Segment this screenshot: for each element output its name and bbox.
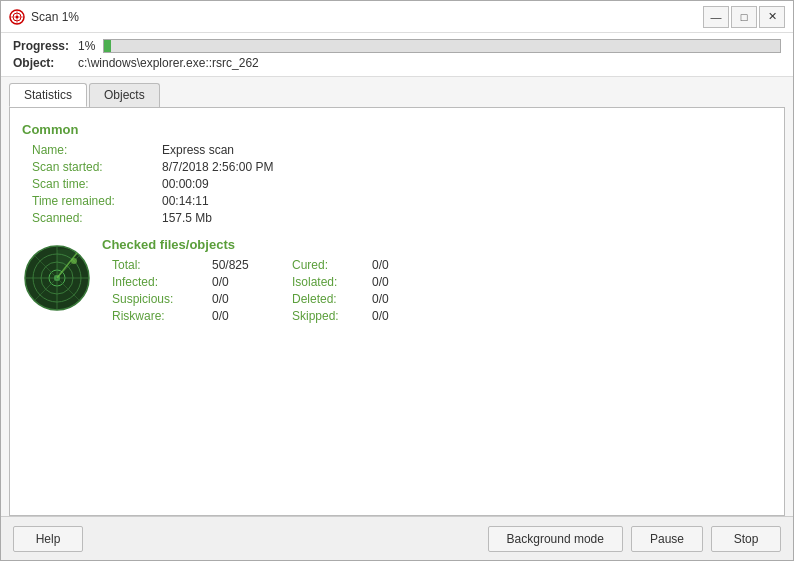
- pause-button[interactable]: Pause: [631, 526, 703, 552]
- checked-section-title: Checked files/objects: [102, 237, 772, 252]
- tab-content: Common Name: Express scan Scan started: …: [9, 107, 785, 516]
- left-label-3: Riskware:: [112, 309, 212, 323]
- object-label: Object:: [13, 56, 78, 70]
- field-value-0: Express scan: [162, 143, 772, 157]
- radar-icon: [22, 243, 92, 313]
- field-label-0: Name:: [32, 143, 162, 157]
- left-value-1: 0/0: [212, 275, 272, 289]
- tab-bar: Statistics Objects: [9, 83, 785, 107]
- stats-area: Checked files/objects Total: 50/825 Infe…: [102, 233, 772, 323]
- right-label-2: Deleted:: [292, 292, 372, 306]
- field-value-3: 00:14:11: [162, 194, 772, 208]
- field-value-4: 157.5 Mb: [162, 211, 772, 225]
- right-value-2: 0/0: [372, 292, 422, 306]
- close-button[interactable]: ✕: [759, 6, 785, 28]
- radar-area: [22, 233, 92, 323]
- tab-statistics[interactable]: Statistics: [9, 83, 87, 107]
- window-controls: — □ ✕: [703, 6, 785, 28]
- field-value-2: 00:00:09: [162, 177, 772, 191]
- progress-label: Progress:: [13, 39, 78, 53]
- common-fields: Name: Express scan Scan started: 8/7/201…: [32, 143, 772, 225]
- progress-area: Progress: 1% Object: c:\windows\explorer…: [1, 33, 793, 77]
- help-button[interactable]: Help: [13, 526, 83, 552]
- progress-bar-fill: [104, 40, 111, 52]
- bottom-bar: Help Background mode Pause Stop: [1, 516, 793, 560]
- left-label-0: Total:: [112, 258, 212, 272]
- object-value: c:\windows\explorer.exe::rsrc_262: [78, 56, 259, 70]
- right-label-3: Skipped:: [292, 309, 372, 323]
- stop-button[interactable]: Stop: [711, 526, 781, 552]
- title-bar: Scan 1% — □ ✕: [1, 1, 793, 33]
- left-label-1: Infected:: [112, 275, 212, 289]
- checked-files-section: Checked files/objects Total: 50/825 Infe…: [22, 233, 772, 323]
- field-label-1: Scan started:: [32, 160, 162, 174]
- minimize-button[interactable]: —: [703, 6, 729, 28]
- progress-bar-container: [103, 39, 781, 53]
- right-label-0: Cured:: [292, 258, 372, 272]
- field-label-4: Scanned:: [32, 211, 162, 225]
- right-value-0: 0/0: [372, 258, 422, 272]
- window-title: Scan 1%: [31, 10, 703, 24]
- field-label-2: Scan time:: [32, 177, 162, 191]
- left-stats: Total: 50/825 Infected: 0/0 Suspicious: …: [112, 258, 272, 323]
- left-value-2: 0/0: [212, 292, 272, 306]
- right-label-1: Isolated:: [292, 275, 372, 289]
- tab-objects[interactable]: Objects: [89, 83, 160, 107]
- common-section-title: Common: [22, 122, 772, 137]
- app-icon: [9, 9, 25, 25]
- progress-percent: 1%: [78, 39, 95, 53]
- stats-columns: Total: 50/825 Infected: 0/0 Suspicious: …: [112, 258, 772, 323]
- main-window: Scan 1% — □ ✕ Progress: 1% Object: c:\wi…: [0, 0, 794, 561]
- left-value-0: 50/825: [212, 258, 272, 272]
- right-value-1: 0/0: [372, 275, 422, 289]
- right-stats: Cured: 0/0 Isolated: 0/0 Deleted: 0/0 Sk…: [292, 258, 422, 323]
- left-value-3: 0/0: [212, 309, 272, 323]
- maximize-button[interactable]: □: [731, 6, 757, 28]
- left-label-2: Suspicious:: [112, 292, 212, 306]
- right-value-3: 0/0: [372, 309, 422, 323]
- field-value-1: 8/7/2018 2:56:00 PM: [162, 160, 772, 174]
- field-label-3: Time remained:: [32, 194, 162, 208]
- tabs-area: Statistics Objects Common Name: Express …: [1, 77, 793, 516]
- background-mode-button[interactable]: Background mode: [488, 526, 623, 552]
